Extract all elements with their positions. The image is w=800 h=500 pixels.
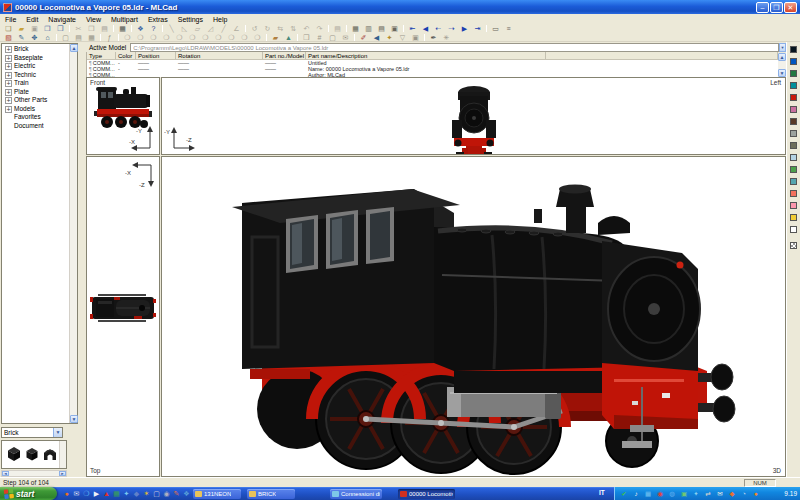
- column-header[interactable]: Rotation: [176, 52, 263, 59]
- table-scrollbar[interactable]: ▲ ▼: [778, 53, 786, 77]
- scroll-down-icon[interactable]: ▼: [778, 69, 786, 77]
- view-panes-icon[interactable]: ▢: [59, 33, 72, 42]
- annotate-icon[interactable]: ✳: [440, 33, 453, 42]
- tray-volume-icon[interactable]: ♪: [630, 487, 642, 500]
- expand-icon[interactable]: [5, 55, 12, 62]
- color-swatch[interactable]: [790, 130, 797, 137]
- ql-winamp-icon[interactable]: ✶: [142, 488, 151, 499]
- tree-item[interactable]: Models: [3, 105, 69, 114]
- expand-icon[interactable]: [5, 97, 12, 104]
- ql-mail-icon[interactable]: ✉: [72, 488, 81, 499]
- scroll-up-icon[interactable]: ▲: [778, 53, 786, 61]
- ql-media-icon[interactable]: ▶: [92, 488, 101, 499]
- menu-item[interactable]: File: [0, 16, 21, 23]
- zoom-in-icon[interactable]: ❍: [121, 33, 134, 42]
- tray-usb-icon[interactable]: ⇄: [702, 487, 714, 500]
- start-button[interactable]: start: [0, 487, 57, 500]
- expand-icon[interactable]: [5, 63, 12, 70]
- column-header[interactable]: Position: [136, 52, 176, 59]
- tree-item[interactable]: Plate: [3, 88, 69, 97]
- mail-icon[interactable]: ✉: [339, 33, 352, 42]
- expand-icon[interactable]: [5, 46, 12, 53]
- taskbar-task-network[interactable]: Connessioni di rete: [330, 489, 382, 499]
- view-grid-icon[interactable]: ▦: [85, 33, 98, 42]
- tree-item[interactable]: Document: [3, 122, 69, 131]
- tree-item[interactable]: Baseplate: [3, 54, 69, 63]
- color-swatch[interactable]: [790, 202, 797, 209]
- zoom-100-icon[interactable]: ❍: [186, 33, 199, 42]
- tree-item[interactable]: Electric: [3, 62, 69, 71]
- shading-icon[interactable]: ❒: [300, 33, 313, 42]
- color-palette-icon[interactable]: ▧: [2, 33, 15, 42]
- tray-msn-icon[interactable]: ✦: [690, 487, 702, 500]
- function-icon[interactable]: ƒ: [103, 33, 116, 42]
- color-swatch[interactable]: [790, 58, 797, 65]
- maximize-button[interactable]: ❐: [770, 2, 783, 13]
- ql-acrobat-icon[interactable]: ▲: [102, 488, 111, 499]
- color-swatch[interactable]: [790, 166, 797, 173]
- close-button[interactable]: ✕: [784, 2, 797, 13]
- tray-browser-icon[interactable]: ●: [750, 487, 762, 500]
- outline-icon[interactable]: ▢: [326, 33, 339, 42]
- tray-shield-icon[interactable]: ✔: [618, 487, 630, 500]
- zoom-75-icon[interactable]: ❍: [173, 33, 186, 42]
- pencil-icon[interactable]: ✐: [357, 33, 370, 42]
- viewport-3d[interactable]: 3D: [161, 156, 786, 477]
- title-bar[interactable]: 00000 Locomotiva a Vapore 05.ldr - MLCad…: [0, 0, 800, 14]
- expand-icon[interactable]: [5, 106, 12, 113]
- home-icon[interactable]: ⌂: [41, 33, 54, 42]
- tray-clock-sync-icon[interactable]: ◔: [738, 487, 750, 500]
- step-next-icon[interactable]: ▶: [458, 24, 471, 33]
- scroll-left-icon[interactable]: ◄: [2, 471, 9, 476]
- down-triangle-icon[interactable]: ▽: [396, 33, 409, 42]
- color-swatch[interactable]: [790, 214, 797, 221]
- zoom-50-icon[interactable]: ❍: [160, 33, 173, 42]
- taskbar-task-mlcad[interactable]: 00000 Locomotiva a ...: [398, 489, 455, 499]
- tray-network-icon[interactable]: ▦: [642, 487, 654, 500]
- taskbar-task-131neon[interactable]: 131NEON: [193, 489, 241, 499]
- preview-hscrollbar[interactable]: ◄ ►: [1, 470, 67, 477]
- tree-item[interactable]: Brick: [3, 45, 69, 54]
- taskbar-task-brick[interactable]: BRICK: [247, 489, 295, 499]
- background-icon[interactable]: ▰: [269, 33, 282, 42]
- tree-scrollbar[interactable]: ▲ ▼: [69, 44, 77, 423]
- expand-icon[interactable]: [5, 89, 12, 96]
- color-swatch[interactable]: [790, 118, 797, 125]
- step-last-icon[interactable]: ⇥: [471, 24, 484, 33]
- tree-item[interactable]: Train: [3, 79, 69, 88]
- tree-item[interactable]: Technic: [3, 71, 69, 80]
- minimize-button[interactable]: –: [756, 2, 769, 13]
- tray-update-icon[interactable]: ◍: [666, 487, 678, 500]
- part-thumbnail[interactable]: [6, 446, 22, 462]
- zoom-800-icon[interactable]: ❍: [225, 33, 238, 42]
- scroll-right-icon[interactable]: ►: [59, 471, 66, 476]
- wireframe-icon[interactable]: #: [313, 33, 326, 42]
- zoom-all-icon[interactable]: ❍: [251, 33, 264, 42]
- expand-icon[interactable]: [5, 80, 12, 87]
- view-mode-icon[interactable]: ≡: [502, 24, 515, 33]
- ql-messenger-icon[interactable]: ✦: [122, 488, 131, 499]
- color-swatch[interactable]: [790, 190, 797, 197]
- menu-item[interactable]: View: [81, 16, 106, 23]
- scroll-up-icon[interactable]: ▲: [70, 44, 78, 52]
- menu-item[interactable]: Help: [208, 16, 232, 23]
- active-model-path[interactable]: C:\Programmi\Lego\LDRAW\MODELS\00000 Loc…: [130, 43, 779, 52]
- ql-photo-icon[interactable]: ◆: [132, 488, 141, 499]
- star-icon[interactable]: ✦: [383, 33, 396, 42]
- ql-network-icon[interactable]: ❖: [182, 488, 191, 499]
- viewport-front[interactable]: Front -Y -X: [86, 77, 160, 155]
- language-indicator[interactable]: IT: [599, 489, 605, 496]
- viewport-top[interactable]: Top -X -Z: [86, 156, 160, 477]
- color-swatch[interactable]: [790, 226, 797, 233]
- part-thumbnail[interactable]: [42, 446, 58, 462]
- part-thumbnail[interactable]: [24, 446, 40, 462]
- box-icon[interactable]: ▣: [409, 33, 422, 42]
- play-back-icon[interactable]: ◀: [370, 33, 383, 42]
- color-swatch[interactable]: [790, 178, 797, 185]
- menu-item[interactable]: Navigate: [43, 16, 81, 23]
- select-icon[interactable]: ✎: [15, 33, 28, 42]
- ql-cd-icon[interactable]: ◉: [162, 488, 171, 499]
- tray-antivirus-icon[interactable]: ◉: [654, 487, 666, 500]
- column-header[interactable]: Type: [87, 52, 116, 59]
- ql-excel-icon[interactable]: ▦: [112, 488, 121, 499]
